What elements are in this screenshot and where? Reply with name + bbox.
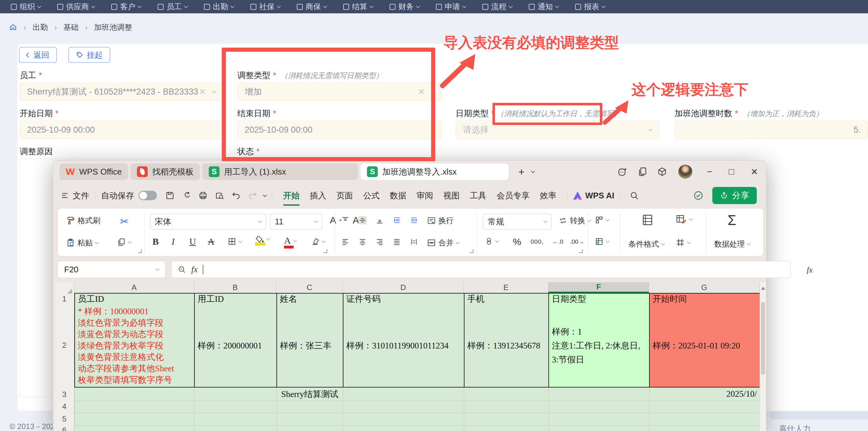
percent-format-button[interactable]: %: [513, 236, 521, 247]
format-as-table-button[interactable]: [676, 213, 692, 225]
cell-a4[interactable]: [74, 401, 194, 413]
align-top-icon[interactable]: [341, 216, 349, 224]
align-bottom-icon[interactable]: [376, 216, 384, 224]
scrollbar-thumb[interactable]: [761, 302, 765, 375]
column-a[interactable]: A 员工ID * 样例：100000001 淡红色背景为必填字段 淡蓝色背景为动…: [74, 282, 194, 431]
col-header-a[interactable]: A: [74, 282, 194, 293]
breadcrumb-basic[interactable]: 基础: [63, 22, 79, 32]
nav-item-customer[interactable]: 客户: [111, 2, 141, 12]
cell-e4[interactable]: [464, 401, 548, 413]
nav-item-report[interactable]: 报表: [575, 2, 605, 12]
menu-tab-efficiency[interactable]: 效率: [535, 190, 561, 201]
cell-f6[interactable]: [548, 426, 649, 431]
decrease-indent-icon[interactable]: [393, 216, 401, 224]
menu-tab-tools[interactable]: 工具: [465, 190, 492, 201]
cell-d1[interactable]: 证件号码: [343, 293, 464, 304]
back-button[interactable]: 返回: [19, 47, 57, 63]
cell-e3[interactable]: [464, 388, 548, 401]
menu-tab-insert[interactable]: 插入: [305, 190, 331, 201]
copy-button[interactable]: [117, 238, 131, 246]
nav-item-process[interactable]: 流程: [482, 2, 512, 12]
data-process-button[interactable]: 数据处理: [714, 239, 750, 249]
adjust-hours-input[interactable]: 5.: [675, 121, 868, 139]
font-size-select[interactable]: 11: [270, 213, 322, 229]
cell-d2[interactable]: 样例：310101199001011234: [343, 304, 464, 388]
row-header[interactable]: 6: [54, 426, 74, 431]
cell-a1[interactable]: 员工ID: [74, 293, 194, 304]
row-header[interactable]: 5: [54, 415, 74, 423]
cell-g4[interactable]: [649, 401, 760, 413]
print-icon[interactable]: [198, 191, 208, 200]
cell-f2[interactable]: 样例：1 注意1:工作日, 2:休息日, 3:节假日: [548, 304, 649, 388]
menu-tab-home[interactable]: 开始: [278, 190, 305, 201]
avatar[interactable]: [678, 165, 692, 179]
name-box[interactable]: F20: [58, 261, 165, 278]
nav-item-org[interactable]: 组织: [11, 2, 41, 12]
increase-indent-icon[interactable]: [410, 216, 418, 224]
scroll-up-icon[interactable]: [761, 287, 765, 290]
dialog-launcher-icon[interactable]: [323, 249, 327, 253]
col-header-c[interactable]: C: [276, 282, 343, 293]
nav-item-apply[interactable]: 申请: [436, 2, 466, 12]
dialog-launcher-icon[interactable]: [138, 249, 142, 253]
sheet-grid[interactable]: 1 2 3 4 5 6 A 员工ID * 样例：100000001 淡红色背景为…: [54, 282, 766, 431]
borders-button[interactable]: [227, 237, 242, 246]
undo-icon[interactable]: [231, 191, 241, 200]
column-d[interactable]: D 证件号码 样例：310101199001011234: [343, 282, 464, 431]
sum-button[interactable]: Σ: [727, 212, 736, 228]
cell-g5[interactable]: [649, 413, 760, 426]
conditional-format-icon[interactable]: [641, 213, 654, 226]
column-e[interactable]: E 手机 样例：13912345678: [464, 282, 548, 431]
home-icon[interactable]: [9, 23, 17, 31]
cell-g3[interactable]: 2025/10/: [649, 388, 760, 401]
col-header-g[interactable]: G: [649, 282, 760, 293]
row-header[interactable]: 2: [54, 341, 74, 350]
select-all-icon[interactable]: [67, 289, 72, 294]
search-icon[interactable]: [629, 191, 639, 200]
cell-b3[interactable]: [194, 388, 276, 401]
nav-item-finance[interactable]: 财务: [390, 2, 420, 12]
cut-icon[interactable]: ✂: [120, 216, 129, 228]
cell-b2[interactable]: 样例：200000001: [194, 304, 276, 388]
number-format-select[interactable]: 常规: [483, 213, 552, 229]
tab-wps-office[interactable]: WWPS Office: [59, 163, 128, 180]
insert-cells-button[interactable]: [595, 216, 609, 224]
nav-item-settlement[interactable]: 结算: [343, 2, 373, 12]
increase-decimal-button[interactable]: ←.0: [552, 238, 563, 245]
column-f[interactable]: F 日期类型 样例：1 注意1:工作日, 2:休息日, 3:节假日: [548, 282, 649, 431]
cell-d3[interactable]: [343, 388, 464, 401]
redo-icon[interactable]: [248, 191, 257, 200]
currency-format-button[interactable]: [485, 237, 498, 245]
conditional-format-button[interactable]: 条件格式: [628, 239, 664, 249]
col-header-f-selected[interactable]: F: [548, 282, 649, 293]
strikethrough-button[interactable]: A: [208, 236, 214, 247]
wrap-text-button[interactable]: 换行: [427, 216, 454, 226]
cell-f5[interactable]: [548, 413, 649, 426]
cell-b6[interactable]: [194, 426, 276, 431]
dialog-launcher-icon[interactable]: [579, 249, 583, 253]
window-close-button[interactable]: ✕: [751, 167, 758, 177]
cell-f1[interactable]: 日期类型: [548, 293, 649, 304]
breadcrumb-attendance[interactable]: 出勤: [33, 22, 48, 32]
insert-function-icon[interactable]: fx: [807, 265, 813, 275]
menu-tab-review[interactable]: 审阅: [411, 190, 438, 201]
font-name-select[interactable]: 宋体: [150, 213, 266, 229]
nav-item-notice[interactable]: 通知: [529, 2, 559, 12]
nav-item-commercial-insurance[interactable]: 商保: [297, 2, 327, 12]
row-header[interactable]: 4: [54, 402, 74, 411]
align-right-icon[interactable]: [376, 238, 384, 246]
menu-tab-page[interactable]: 页面: [331, 190, 358, 201]
save-icon[interactable]: [165, 191, 175, 200]
cell-a5[interactable]: [74, 413, 194, 426]
hamburger-icon[interactable]: [61, 191, 69, 200]
nav-item-employee[interactable]: 员工: [158, 2, 187, 12]
align-left-icon[interactable]: [341, 238, 349, 246]
cell-b1[interactable]: 用工ID: [194, 293, 276, 304]
paste-button[interactable]: 粘贴: [66, 238, 98, 248]
justify-icon[interactable]: [393, 238, 401, 246]
cell-c3[interactable]: Sherry结算测试: [276, 388, 343, 401]
pages-icon[interactable]: [637, 167, 648, 177]
cell-g2[interactable]: 样例：2025-01-01 09:20: [649, 304, 760, 388]
align-center-icon[interactable]: [359, 238, 367, 246]
tab-overtime-import[interactable]: S加班池调整导入.xlsx: [361, 163, 509, 180]
